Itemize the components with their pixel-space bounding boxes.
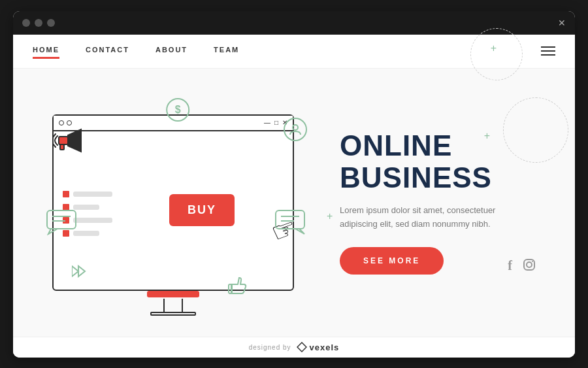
instagram-icon[interactable] bbox=[523, 258, 536, 275]
browser-dots bbox=[22, 19, 55, 27]
list-line-1 bbox=[73, 192, 112, 197]
hamburger-line-2 bbox=[541, 50, 555, 52]
mock-minimize: — bbox=[264, 119, 270, 126]
illustration-area: $ bbox=[33, 92, 314, 314]
hamburger-line-1 bbox=[541, 46, 555, 48]
hamburger-line-3 bbox=[541, 54, 555, 56]
svg-marker-9 bbox=[72, 266, 78, 276]
chat-bubble-right bbox=[274, 209, 307, 238]
footer: designed by vexels bbox=[13, 337, 575, 358]
monitor-stand bbox=[150, 299, 196, 316]
chat-bubble-left bbox=[46, 209, 78, 238]
red-square-1 bbox=[63, 191, 69, 197]
svg-point-13 bbox=[527, 262, 532, 267]
skip-forward-icon bbox=[72, 265, 91, 281]
footer-designed-by: designed by bbox=[249, 344, 291, 351]
nav-item-home[interactable]: HOME bbox=[33, 46, 59, 56]
svg-rect-3 bbox=[47, 210, 76, 229]
dollar-coin-icon: $ bbox=[166, 98, 189, 122]
social-icons: f bbox=[508, 258, 536, 275]
navigation: HOME CONTACT ABOUT TEAM + bbox=[13, 35, 575, 69]
megaphone-icon bbox=[52, 124, 85, 163]
dot-1 bbox=[22, 19, 30, 27]
text-area: + + ONLINE BUSINESS Lorem ipsum dolor si… bbox=[314, 117, 555, 287]
deco-plus-right: + bbox=[484, 130, 490, 142]
monitor-red-bar bbox=[147, 291, 199, 297]
thumbs-up-icon bbox=[227, 275, 248, 301]
svg-rect-0 bbox=[59, 137, 68, 144]
nav-item-about[interactable]: ABOUT bbox=[155, 46, 188, 56]
mock-maximize: □ bbox=[274, 119, 278, 126]
hero-title: ONLINE BUSINESS bbox=[340, 130, 492, 193]
dot-3 bbox=[47, 19, 55, 27]
facebook-icon[interactable]: f bbox=[508, 258, 512, 275]
see-more-button[interactable]: SEE MORE bbox=[340, 247, 444, 275]
nav-items: HOME CONTACT ABOUT TEAM bbox=[33, 46, 239, 56]
close-button[interactable]: ✕ bbox=[558, 18, 566, 28]
main-content: $ bbox=[13, 69, 575, 337]
stand-base bbox=[150, 312, 196, 316]
nav-item-team[interactable]: TEAM bbox=[214, 46, 239, 56]
browser-content: HOME CONTACT ABOUT TEAM + $ bbox=[13, 35, 575, 358]
svg-rect-11 bbox=[229, 284, 232, 293]
user-avatar-icon bbox=[284, 118, 307, 141]
svg-point-14 bbox=[532, 261, 533, 262]
buy-area: BUY ☞ bbox=[120, 194, 284, 226]
dot-2 bbox=[35, 19, 42, 27]
svg-rect-1 bbox=[60, 144, 64, 150]
hero-title-line2: BUSINESS bbox=[340, 161, 492, 193]
vexels-logo: vexels bbox=[297, 342, 340, 352]
vexels-brand: vexels bbox=[310, 343, 340, 352]
nav-item-contact[interactable]: CONTACT bbox=[86, 46, 129, 56]
svg-rect-6 bbox=[276, 210, 304, 229]
buy-button[interactable]: BUY bbox=[169, 194, 235, 226]
deco-circle-right bbox=[503, 97, 568, 163]
stand-neck bbox=[163, 299, 183, 312]
hamburger-menu[interactable] bbox=[541, 46, 555, 56]
hero-title-line1: ONLINE bbox=[340, 129, 452, 161]
list-line-3 bbox=[73, 218, 112, 223]
mock-list-item-1 bbox=[63, 191, 112, 197]
hero-description: Lorem ipsum dolor sit amet, consectetuer… bbox=[340, 204, 497, 231]
deco-plus-lower: + bbox=[327, 210, 333, 222]
svg-point-2 bbox=[293, 125, 298, 130]
browser-window: ✕ HOME CONTACT ABOUT TEAM + bbox=[13, 11, 575, 358]
